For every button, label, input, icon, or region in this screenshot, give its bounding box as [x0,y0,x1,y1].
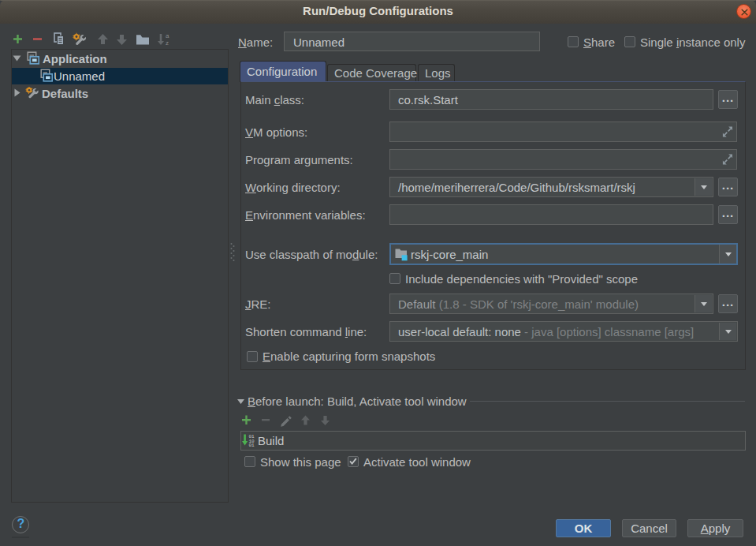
svg-text:a: a [166,32,169,39]
svg-text:z: z [166,39,169,47]
svg-text:01: 01 [249,443,255,447]
